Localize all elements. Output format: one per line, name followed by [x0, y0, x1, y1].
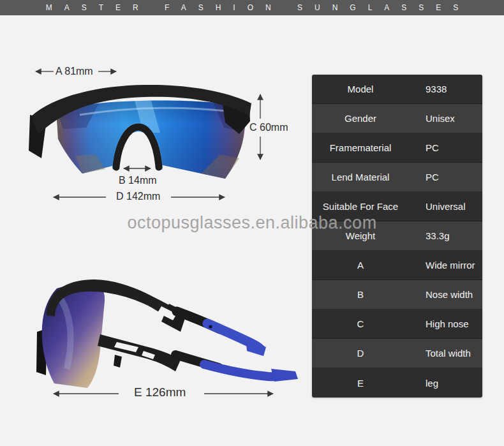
spec-value: Nose width	[409, 289, 482, 300]
spec-value: leg	[409, 378, 482, 389]
upper-temple-tip	[246, 337, 266, 356]
dimension-label-a: A 81mm	[56, 66, 93, 77]
watermark-text: octopusglasses.en.alibaba.com	[127, 213, 376, 233]
dimension-label-e: E 126mm	[134, 385, 186, 399]
table-row: D Total width	[312, 339, 482, 368]
table-row: Model 9338	[312, 75, 482, 104]
spec-value: Wide mirror	[409, 260, 482, 271]
spec-value: Universal	[409, 201, 482, 212]
spec-label: Suitable For Face	[312, 201, 409, 212]
spec-table: Model 9338 Gender Unisex Framematerial P…	[312, 75, 482, 398]
spec-value: 9338	[409, 84, 482, 94]
table-row: B Nose width	[312, 280, 482, 309]
table-row: Gender Unisex	[312, 104, 482, 133]
brand-banner: MASTER FASHION SUNGLASSES	[0, 0, 504, 15]
side-view-sunglasses-image	[16, 273, 306, 394]
spec-label: B	[312, 289, 409, 300]
spec-label: Framematerial	[312, 142, 409, 153]
spec-label: E	[312, 378, 409, 389]
brand-title: MASTER FASHION SUNGLASSES	[34, 3, 471, 12]
table-row: Framematerial PC	[312, 133, 482, 163]
spec-label: Lend Material	[312, 172, 409, 182]
table-row: A Wide mirror	[312, 251, 482, 280]
spec-label: Gender	[312, 113, 409, 124]
dimension-label-d: D 142mm	[116, 191, 160, 202]
spec-label: C	[312, 318, 409, 329]
table-row: Lend Material PC	[312, 163, 482, 192]
spec-value: Unisex	[409, 113, 482, 124]
spec-value: PC	[409, 142, 482, 153]
spec-label: A	[312, 260, 409, 271]
dimension-label-c: C 60mm	[249, 122, 288, 133]
table-row: C High nose	[312, 309, 482, 339]
spec-label: Model	[312, 84, 409, 94]
side-lower-frame	[98, 334, 181, 371]
spec-value: High nose	[409, 318, 482, 329]
spec-label: D	[312, 348, 409, 359]
table-row: E leg	[312, 368, 482, 398]
spec-value: 33.3g	[409, 230, 482, 241]
side-nose-pad	[114, 355, 122, 368]
product-spec-page: MASTER FASHION SUNGLASSES	[0, 0, 504, 446]
spec-value: Total width	[409, 348, 482, 359]
lower-temple-tip	[271, 369, 298, 382]
temple-rivet-icon	[209, 325, 212, 328]
dimension-label-b: B 14mm	[119, 175, 157, 186]
spec-value: PC	[409, 172, 482, 182]
